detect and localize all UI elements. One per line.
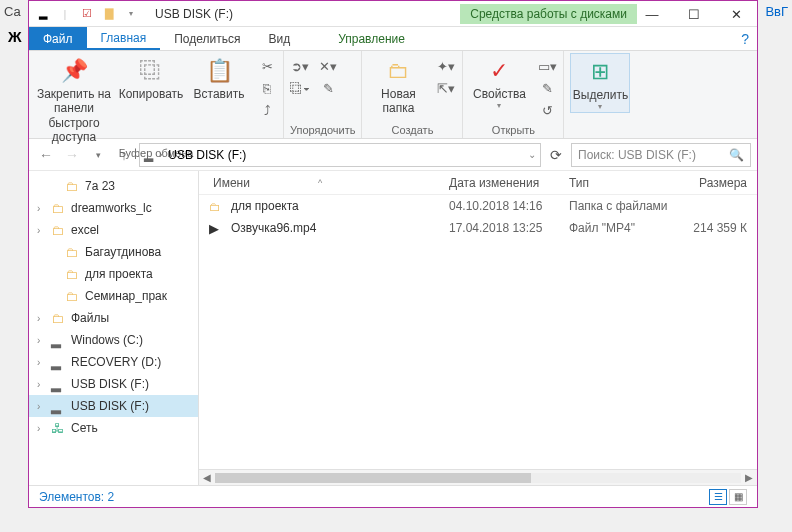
maximize-button[interactable]: ☐ bbox=[673, 1, 715, 27]
nav-tree[interactable]: 🗀7а 23›🗀dreamworks_lc›🗀excel🗀Багаутдинов… bbox=[29, 171, 199, 485]
view-switcher: ☰ ▦ bbox=[709, 489, 747, 505]
tree-item[interactable]: ›▂RECOVERY (D:) bbox=[29, 351, 198, 373]
checkbox-icon[interactable]: ☑ bbox=[79, 6, 95, 22]
file-name: Озвучка96.mp4 bbox=[231, 221, 449, 235]
new-item-icon[interactable]: ✦▾ bbox=[436, 57, 456, 75]
file-row[interactable]: 🗀для проекта04.10.2018 14:16Папка с файл… bbox=[199, 195, 757, 217]
copy-path-icon[interactable]: ⎘ bbox=[257, 79, 277, 97]
col-type[interactable]: Тип bbox=[569, 176, 689, 190]
horizontal-scrollbar[interactable]: ◀ ▶ bbox=[199, 469, 757, 485]
back-button[interactable]: ← bbox=[35, 144, 57, 166]
paste-button[interactable]: 📋 Вставить bbox=[189, 53, 249, 101]
content-body: 🗀7а 23›🗀dreamworks_lc›🗀excel🗀Багаутдинов… bbox=[29, 171, 757, 485]
expand-icon[interactable]: › bbox=[37, 203, 47, 214]
close-button[interactable]: ✕ bbox=[715, 1, 757, 27]
sort-indicator-icon: ^ bbox=[318, 178, 322, 188]
scroll-track[interactable] bbox=[215, 473, 741, 483]
folder-icon: 🗀 bbox=[209, 199, 225, 214]
titlebar[interactable]: ▂ | ☑ ▇ ▾ USB DISK (F:) Средства работы … bbox=[29, 1, 757, 27]
refresh-button[interactable]: ⟳ bbox=[545, 144, 567, 166]
tab-view[interactable]: Вид bbox=[254, 27, 304, 50]
recent-dropdown[interactable]: ▾ bbox=[87, 144, 109, 166]
address-path: USB DISK (F:) bbox=[168, 148, 246, 162]
tree-item[interactable]: 🗀Семинар_прак bbox=[29, 285, 198, 307]
tree-label: Сеть bbox=[71, 421, 98, 435]
address-dropdown-icon[interactable]: › bbox=[159, 149, 162, 160]
file-row[interactable]: ▶Озвучка96.mp417.04.2018 13:25Файл "MP4"… bbox=[199, 217, 757, 239]
col-size[interactable]: Размера bbox=[689, 176, 757, 190]
select-button[interactable]: ⊞ Выделить ▾ bbox=[570, 53, 630, 113]
details-view-button[interactable]: ☰ bbox=[709, 489, 727, 505]
tab-home[interactable]: Главная bbox=[87, 27, 161, 50]
file-list: Имени^ Дата изменения Тип Размера 🗀для п… bbox=[199, 171, 757, 485]
drive-thumb-icon: ▂ bbox=[144, 148, 153, 162]
folder-icon[interactable]: ▇ bbox=[101, 6, 117, 22]
tab-manage[interactable]: Управление bbox=[324, 27, 419, 50]
new-folder-button[interactable]: 🗀 Новая папка bbox=[368, 53, 428, 116]
group-label-open: Открыть bbox=[469, 122, 557, 138]
tree-item[interactable]: ›▂USB DISK (F:) bbox=[29, 373, 198, 395]
tree-item[interactable]: ›▂Windows (C:) bbox=[29, 329, 198, 351]
forward-button[interactable]: → bbox=[61, 144, 83, 166]
delete-icon[interactable]: ✕▾ bbox=[318, 57, 338, 75]
properties-icon: ✓ bbox=[483, 57, 515, 85]
expand-icon[interactable]: › bbox=[37, 313, 47, 324]
cut-icon[interactable]: ✂ bbox=[257, 57, 277, 75]
properties-button[interactable]: ✓ Свойства ▾ bbox=[469, 53, 529, 111]
context-tab-label: Средства работы с дисками bbox=[460, 4, 637, 24]
search-placeholder: Поиск: USB DISK (F:) bbox=[578, 148, 696, 162]
search-field[interactable]: Поиск: USB DISK (F:) 🔍 bbox=[571, 143, 751, 167]
copy-button[interactable]: ⿻ Копировать bbox=[121, 53, 181, 101]
bg-text-bold: Ж bbox=[8, 28, 22, 45]
tree-item[interactable]: ›🗀Файлы bbox=[29, 307, 198, 329]
tree-item[interactable]: 🗀Багаутдинова bbox=[29, 241, 198, 263]
tree-item[interactable]: ›🖧Сеть bbox=[29, 417, 198, 439]
list-header[interactable]: Имени^ Дата изменения Тип Размера bbox=[199, 171, 757, 195]
rename-icon[interactable]: ✎ bbox=[318, 79, 338, 97]
tree-item[interactable]: ›🗀excel bbox=[29, 219, 198, 241]
up-button[interactable]: ↑ bbox=[113, 144, 135, 166]
pin-button[interactable]: 📌 Закрепить на панели быстрого доступа bbox=[35, 53, 113, 145]
edit-icon[interactable]: ✎ bbox=[537, 79, 557, 97]
folder-new-icon: 🗀 bbox=[382, 57, 414, 85]
tree-item[interactable]: ›🗀dreamworks_lc bbox=[29, 197, 198, 219]
address-field[interactable]: ▂ › USB DISK (F:) ⌄ bbox=[139, 143, 541, 167]
expand-icon[interactable]: › bbox=[37, 401, 47, 412]
select-icon: ⊞ bbox=[584, 58, 616, 86]
quick-access-toolbar: ▂ | ☑ ▇ ▾ bbox=[29, 6, 145, 22]
address-expand-icon[interactable]: ⌄ bbox=[528, 149, 536, 160]
copy-to-icon[interactable]: ⿻▾ bbox=[290, 79, 310, 97]
history-icon[interactable]: ↺ bbox=[537, 101, 557, 119]
window-title: USB DISK (F:) bbox=[155, 7, 233, 21]
help-icon[interactable]: ? bbox=[733, 27, 757, 50]
col-name[interactable]: Имени bbox=[213, 176, 250, 190]
expand-icon[interactable]: › bbox=[37, 423, 47, 434]
scroll-left-icon[interactable]: ◀ bbox=[199, 472, 215, 483]
scroll-right-icon[interactable]: ▶ bbox=[741, 472, 757, 483]
icons-view-button[interactable]: ▦ bbox=[729, 489, 747, 505]
minimize-button[interactable]: — bbox=[631, 1, 673, 27]
tree-label: RECOVERY (D:) bbox=[71, 355, 161, 369]
list-rows[interactable]: 🗀для проекта04.10.2018 14:16Папка с файл… bbox=[199, 195, 757, 469]
explorer-window: ▂ | ☑ ▇ ▾ USB DISK (F:) Средства работы … bbox=[28, 0, 758, 508]
col-date[interactable]: Дата изменения bbox=[449, 176, 569, 190]
ribbon-tabs: Файл Главная Поделиться Вид Управление ? bbox=[29, 27, 757, 51]
expand-icon[interactable]: › bbox=[37, 335, 47, 346]
tree-item[interactable]: ›▂USB DISK (F:) bbox=[29, 395, 198, 417]
tree-item[interactable]: 🗀для проекта bbox=[29, 263, 198, 285]
expand-icon[interactable]: › bbox=[37, 225, 47, 236]
scroll-thumb[interactable] bbox=[215, 473, 531, 483]
move-to-icon[interactable]: ➲▾ bbox=[290, 57, 310, 75]
group-label-create: Создать bbox=[368, 122, 456, 138]
expand-icon[interactable]: › bbox=[37, 357, 47, 368]
tree-item[interactable]: 🗀7а 23 bbox=[29, 175, 198, 197]
tab-file[interactable]: Файл bbox=[29, 27, 87, 50]
ribbon: 📌 Закрепить на панели быстрого доступа ⿻… bbox=[29, 51, 757, 139]
tab-share[interactable]: Поделиться bbox=[160, 27, 254, 50]
open-icon[interactable]: ▭▾ bbox=[537, 57, 557, 75]
tree-label: dreamworks_lc bbox=[71, 201, 152, 215]
paste-shortcut-icon[interactable]: ⤴ bbox=[257, 101, 277, 119]
easy-access-icon[interactable]: ⇱▾ bbox=[436, 79, 456, 97]
qat-dropdown-icon[interactable]: ▾ bbox=[123, 6, 139, 22]
expand-icon[interactable]: › bbox=[37, 379, 47, 390]
